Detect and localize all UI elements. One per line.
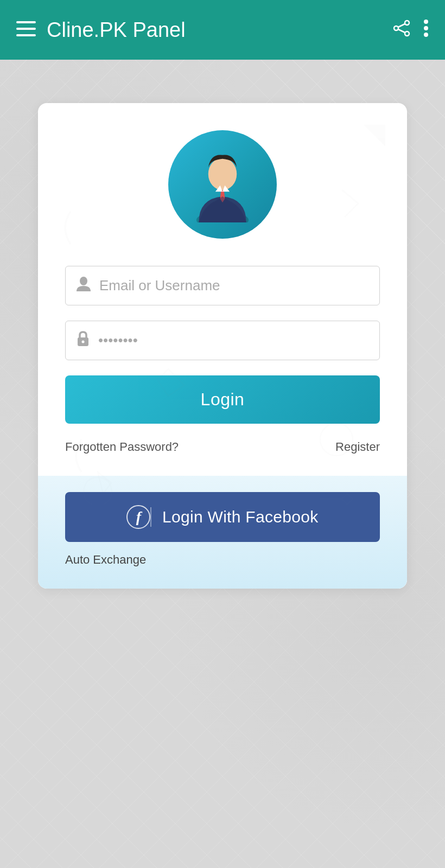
navbar-right: [393, 19, 429, 41]
svg-rect-2: [16, 34, 36, 36]
svg-rect-1: [16, 28, 36, 30]
fb-button-divider: [150, 507, 151, 527]
email-form-group: [65, 266, 380, 305]
lock-icon: [77, 331, 90, 350]
svg-line-7: [398, 29, 405, 33]
hamburger-icon[interactable]: [16, 21, 36, 39]
navbar: Cline.PK Panel: [0, 0, 445, 60]
svg-point-9: [424, 26, 428, 30]
password-input-wrapper: [65, 321, 380, 360]
svg-point-18: [80, 277, 87, 285]
facebook-login-button[interactable]: f Login With Facebook: [65, 492, 380, 542]
facebook-icon: f: [126, 505, 150, 529]
facebook-button-label: Login With Facebook: [162, 508, 319, 526]
background-area: Login Forgotten Password? Register f Log…: [0, 60, 445, 868]
svg-point-10: [424, 33, 428, 37]
svg-point-3: [405, 21, 409, 25]
forgotten-password-link[interactable]: Forgotten Password?: [65, 440, 179, 454]
email-input[interactable]: [99, 277, 368, 294]
svg-point-8: [424, 20, 428, 24]
password-input[interactable]: [98, 332, 368, 349]
more-options-icon[interactable]: [423, 19, 429, 41]
card-lower-section: f Login With Facebook Auto Exchange: [38, 476, 407, 589]
avatar: [168, 130, 277, 239]
login-card: Login Forgotten Password? Register f Log…: [38, 103, 407, 589]
svg-point-20: [82, 341, 85, 343]
auto-exchange-link[interactable]: Auto Exchange: [65, 553, 146, 566]
svg-rect-0: [16, 21, 36, 23]
user-icon: [77, 276, 91, 295]
svg-point-17: [208, 158, 237, 190]
svg-point-5: [405, 31, 409, 36]
links-row: Forgotten Password? Register: [65, 440, 380, 454]
password-form-group: [65, 321, 380, 360]
svg-line-6: [398, 24, 405, 27]
avatar-section: [65, 130, 380, 239]
share-icon[interactable]: [393, 20, 410, 41]
register-link[interactable]: Register: [335, 440, 380, 454]
navbar-left: Cline.PK Panel: [16, 18, 186, 42]
email-input-wrapper: [65, 266, 380, 305]
login-button[interactable]: Login: [65, 375, 380, 424]
app-title: Cline.PK Panel: [47, 18, 186, 42]
svg-point-4: [394, 26, 398, 30]
